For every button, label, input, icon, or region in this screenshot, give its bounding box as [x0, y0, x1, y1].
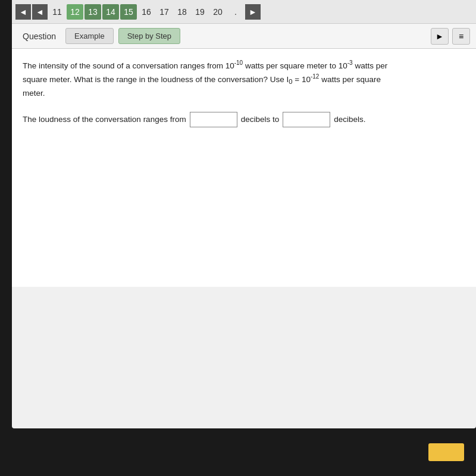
yellow-button[interactable]: [428, 443, 464, 461]
page-14[interactable]: 14: [102, 4, 119, 20]
page-11[interactable]: 11: [49, 4, 65, 20]
page-16[interactable]: 16: [138, 4, 155, 20]
answer-input-2[interactable]: [283, 112, 330, 127]
page-17[interactable]: 17: [156, 4, 173, 20]
page-20[interactable]: 20: [209, 4, 226, 20]
bottom-bar: [0, 428, 476, 476]
menu-button[interactable]: ≡: [452, 28, 470, 45]
next-button[interactable]: ►: [245, 4, 261, 20]
question-text: The intensity of the sound of a conversa…: [23, 58, 465, 100]
question-exp1: -10: [234, 60, 243, 66]
play-icon: ►: [436, 32, 444, 41]
answer-middle: decibels to: [241, 115, 280, 124]
page-12[interactable]: 12: [67, 4, 83, 20]
answer-prefix: The loudness of the conversation ranges …: [23, 115, 186, 124]
question-part3: watts per: [353, 61, 388, 70]
menu-icon: ≡: [459, 32, 464, 41]
page-19[interactable]: 19: [192, 4, 208, 20]
page-ellipsis: .: [227, 4, 244, 20]
left-icon: ◄: [36, 7, 44, 17]
tab-bar: Question Example Step by Step ► ≡: [12, 24, 476, 49]
question-exp3: -12: [311, 73, 319, 80]
answer-line: The loudness of the conversation ranges …: [23, 112, 465, 127]
question-part7: meter.: [23, 89, 45, 98]
prev-prev-button[interactable]: ◄: [15, 4, 31, 20]
question-part6: watts per square: [319, 75, 381, 84]
question-part2: watts per square meter to 10: [243, 61, 347, 70]
prev-button[interactable]: ◄: [32, 4, 48, 20]
question-part4: square meter. What is the range in the l…: [23, 75, 289, 84]
play-button[interactable]: ►: [431, 28, 449, 45]
question-exp2: -3: [347, 60, 353, 66]
answer-suffix: decibels.: [334, 115, 365, 124]
tab-actions: ► ≡: [431, 28, 470, 45]
answer-input-1[interactable]: [190, 112, 237, 127]
content-area: The intensity of the sound of a conversa…: [12, 49, 476, 287]
question-part1: The intensity of the sound of a conversa…: [23, 61, 234, 70]
question-part5: = 10: [293, 75, 311, 84]
step-by-step-tab[interactable]: Step by Step: [118, 28, 180, 44]
page-13[interactable]: 13: [84, 4, 101, 20]
double-left-icon: ◄: [19, 7, 27, 17]
example-tab[interactable]: Example: [65, 28, 114, 44]
page-18[interactable]: 18: [174, 4, 190, 20]
question-label: Question: [18, 29, 61, 43]
right-icon: ►: [249, 7, 257, 17]
page-15[interactable]: 15: [120, 4, 137, 20]
pagination-bar: ◄ ◄ 11 12 13 14 15 16 17 18 19 20 . ►: [12, 0, 476, 24]
